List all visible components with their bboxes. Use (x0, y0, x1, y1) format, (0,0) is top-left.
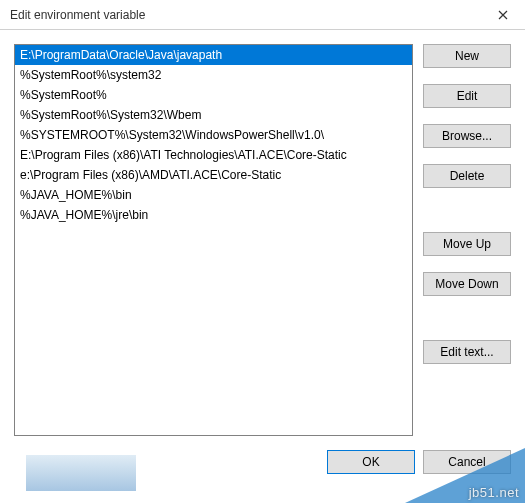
window-title: Edit environment variable (10, 8, 145, 22)
delete-button[interactable]: Delete (423, 164, 511, 188)
list-item[interactable]: %SystemRoot%\system32 (15, 65, 412, 85)
titlebar: Edit environment variable (0, 0, 525, 30)
close-icon (498, 10, 508, 20)
cancel-button[interactable]: Cancel (423, 450, 511, 474)
list-item[interactable]: %JAVA_HOME%\jre\bin (15, 205, 412, 225)
list-item[interactable]: E:\ProgramData\Oracle\Java\javapath (15, 45, 412, 65)
list-item[interactable]: %SystemRoot% (15, 85, 412, 105)
path-listbox[interactable]: E:\ProgramData\Oracle\Java\javapath %Sys… (14, 44, 413, 436)
ok-button[interactable]: OK (327, 450, 415, 474)
list-item[interactable]: %JAVA_HOME%\bin (15, 185, 412, 205)
close-button[interactable] (480, 0, 525, 30)
move-up-button[interactable]: Move Up (423, 232, 511, 256)
move-down-button[interactable]: Move Down (423, 272, 511, 296)
redacted-block (26, 455, 136, 491)
list-item[interactable]: e:\Program Files (x86)\AMD\ATI.ACE\Core-… (15, 165, 412, 185)
button-sidebar: New Edit Browse... Delete Move Up Move D… (423, 44, 511, 436)
edit-text-button[interactable]: Edit text... (423, 340, 511, 364)
browse-button[interactable]: Browse... (423, 124, 511, 148)
list-item[interactable]: E:\Program Files (x86)\ATI Technologies\… (15, 145, 412, 165)
new-button[interactable]: New (423, 44, 511, 68)
list-item[interactable]: %SYSTEMROOT%\System32\WindowsPowerShell\… (15, 125, 412, 145)
list-item[interactable]: %SystemRoot%\System32\Wbem (15, 105, 412, 125)
dialog-content: E:\ProgramData\Oracle\Java\javapath %Sys… (0, 30, 525, 436)
edit-button[interactable]: Edit (423, 84, 511, 108)
